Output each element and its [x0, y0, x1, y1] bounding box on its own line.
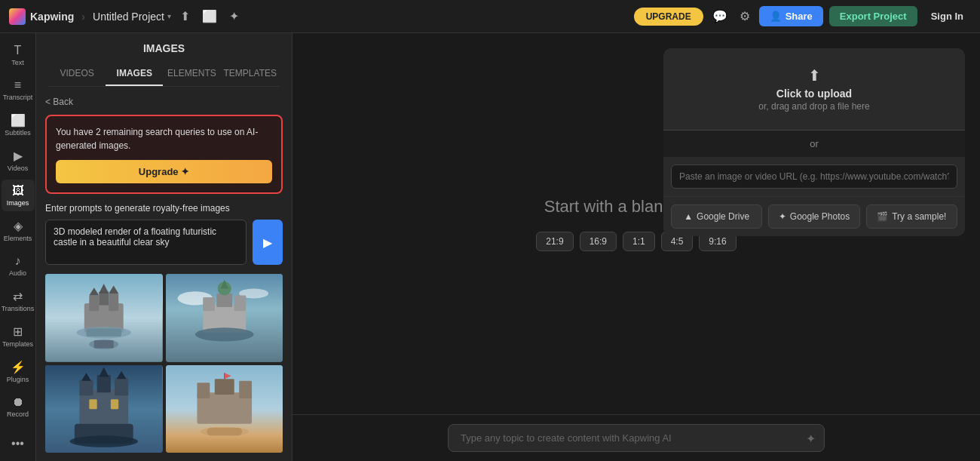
sidebar-item-plugins[interactable]: ⚡ Plugins	[2, 355, 35, 388]
sidebar-item-videos[interactable]: ▶ Videos	[2, 144, 35, 177]
panel-header: IMAGES VIDEOS IMAGES ELEMENTS TEMPLATES	[36, 33, 292, 87]
sidebar-item-text[interactable]: T Text	[2, 39, 35, 71]
upload-icon: ⬆	[678, 66, 950, 85]
google-photos-button[interactable]: ✦ Google Photos	[768, 204, 859, 229]
panel-tabs: VIDEOS IMAGES ELEMENTS TEMPLATES	[48, 62, 280, 87]
google-drive-icon: ▲	[684, 211, 693, 222]
prompt-input[interactable]: 3D modeled render of a floating futurist…	[45, 220, 247, 265]
svg-rect-11	[94, 340, 114, 348]
tab-images[interactable]: IMAGES	[106, 62, 163, 86]
svg-point-33	[69, 435, 138, 447]
sidebar-item-more[interactable]: •••	[2, 432, 35, 455]
logo-area: Kapwing	[9, 8, 74, 25]
settings-button[interactable]: ⚙	[737, 6, 753, 26]
svg-rect-26	[97, 375, 111, 392]
transitions-icon: ⇄	[13, 289, 23, 303]
share-button[interactable]: 👤 Share	[759, 6, 823, 26]
subtitles-icon: ⬜	[11, 113, 26, 128]
svg-rect-4	[99, 291, 109, 305]
image-result-2[interactable]	[166, 274, 283, 362]
svg-rect-24	[79, 380, 93, 395]
magic-button[interactable]: ✦	[226, 6, 242, 26]
svg-rect-38	[214, 379, 234, 395]
transcript-icon: ≡	[14, 78, 21, 92]
ar-1-1[interactable]: 1:1	[623, 232, 655, 251]
canvas-main: Start with a blank canvas 21:9 16:9 1:1 …	[292, 33, 980, 414]
svg-rect-18	[216, 294, 232, 307]
ar-21-9[interactable]: 21:9	[536, 232, 573, 251]
upgrade-inline-button[interactable]: Upgrade ✦	[56, 160, 272, 183]
upgrade-button[interactable]: UPGRADE	[634, 8, 703, 26]
kapwing-logo-icon	[9, 8, 26, 25]
panel-title: IMAGES	[48, 42, 280, 62]
svg-rect-37	[239, 380, 252, 398]
sidebar-item-transcript[interactable]: ≡ Transcript	[2, 74, 35, 106]
svg-rect-25	[115, 377, 128, 395]
tab-videos[interactable]: VIDEOS	[48, 62, 106, 86]
videos-icon: ▶	[14, 149, 23, 163]
main-layout: T Text ≡ Transcript ⬜ Subtitles ▶ Videos…	[0, 33, 980, 461]
upload-panel: ⬆ Click to upload or, drag and drop a fi…	[663, 48, 965, 236]
svg-rect-16	[203, 297, 215, 311]
topbar: Kapwing › Untitled Project ▾ ⬆ ⬜ ✦ UPGRA…	[0, 0, 980, 33]
upload-drop-zone[interactable]: ⬆ Click to upload or, drag and drop a fi…	[663, 48, 965, 131]
sidebar-item-transitions[interactable]: ⇄ Transitions	[2, 284, 35, 317]
ai-input-wrap: ✦	[448, 424, 825, 452]
image-result-1[interactable]	[45, 274, 163, 362]
sidebar-item-images[interactable]: 🖼 Images	[2, 180, 35, 211]
sidebar: T Text ≡ Transcript ⬜ Subtitles ▶ Videos…	[0, 33, 36, 461]
svg-rect-2	[89, 296, 99, 312]
breadcrumb-separator: ›	[81, 11, 85, 23]
alert-text: You have 2 remaining search queries to u…	[56, 125, 272, 152]
sidebar-item-audio[interactable]: ♪ Audio	[2, 250, 35, 281]
share-icon: 👤	[770, 11, 782, 22]
ai-magic-icon: ✦	[806, 431, 816, 445]
preview-button[interactable]: ⬜	[199, 6, 220, 26]
ai-alert-box: You have 2 remaining search queries to u…	[45, 115, 283, 194]
upload-drag-label: or, drag and drop a file here	[678, 101, 950, 112]
sidebar-item-subtitles[interactable]: ⬜ Subtitles	[2, 109, 35, 141]
sidebar-item-templates[interactable]: ⊞ Templates	[2, 320, 35, 352]
url-input-row	[663, 157, 965, 196]
project-chevron-icon: ▾	[167, 12, 171, 20]
upload-button[interactable]: ⬆	[177, 6, 193, 26]
comments-button[interactable]: 💬	[709, 6, 730, 26]
google-photos-icon: ✦	[779, 211, 786, 222]
image-result-4[interactable]	[166, 365, 283, 453]
back-link[interactable]: < Back	[45, 97, 73, 107]
ar-16-9[interactable]: 16:9	[580, 232, 617, 251]
url-input-field[interactable]	[671, 164, 957, 189]
sample-icon: 🎬	[877, 211, 888, 222]
ai-input-bar: ✦	[292, 414, 980, 461]
prompt-label: Enter prompts to generate royalty-free i…	[45, 203, 283, 214]
record-icon: ⏺	[12, 395, 24, 409]
submit-arrow-icon: ▶	[263, 235, 272, 250]
export-button[interactable]: Export Project	[829, 6, 917, 26]
panel-content: < Back You have 2 remaining search queri…	[36, 87, 292, 461]
tab-elements[interactable]: ELEMENTS	[163, 62, 220, 86]
image-result-3[interactable]	[45, 365, 163, 453]
more-icon: •••	[11, 437, 24, 450]
google-drive-button[interactable]: ▲ Google Drive	[671, 204, 762, 229]
canvas-area: Start with a blank canvas 21:9 16:9 1:1 …	[292, 33, 980, 461]
svg-rect-17	[234, 296, 246, 312]
svg-rect-40	[207, 428, 242, 435]
text-icon: T	[14, 44, 22, 57]
sidebar-item-record[interactable]: ⏺ Record	[2, 391, 35, 423]
svg-point-21	[194, 327, 253, 341]
sidebar-item-elements[interactable]: ◈ Elements	[2, 214, 35, 247]
try-sample-button[interactable]: 🎬 Try a sample!	[866, 204, 957, 229]
project-name[interactable]: Untitled Project ▾	[93, 11, 171, 23]
source-buttons: ▲ Google Drive ✦ Google Photos 🎬 Try a s…	[663, 196, 965, 236]
elements-icon: ◈	[14, 219, 23, 233]
svg-rect-3	[109, 294, 118, 311]
image-grid	[45, 274, 283, 453]
prompt-submit-button[interactable]: ▶	[253, 220, 283, 265]
upload-click-label: Click to upload	[678, 88, 950, 100]
templates-icon: ⊞	[13, 324, 23, 339]
svg-rect-36	[197, 383, 210, 398]
tab-templates[interactable]: TEMPLATES	[221, 62, 280, 86]
signin-button[interactable]: Sign In	[923, 6, 971, 26]
ai-topic-input[interactable]	[448, 424, 825, 452]
prompt-row: 3D modeled render of a floating futurist…	[45, 220, 283, 265]
